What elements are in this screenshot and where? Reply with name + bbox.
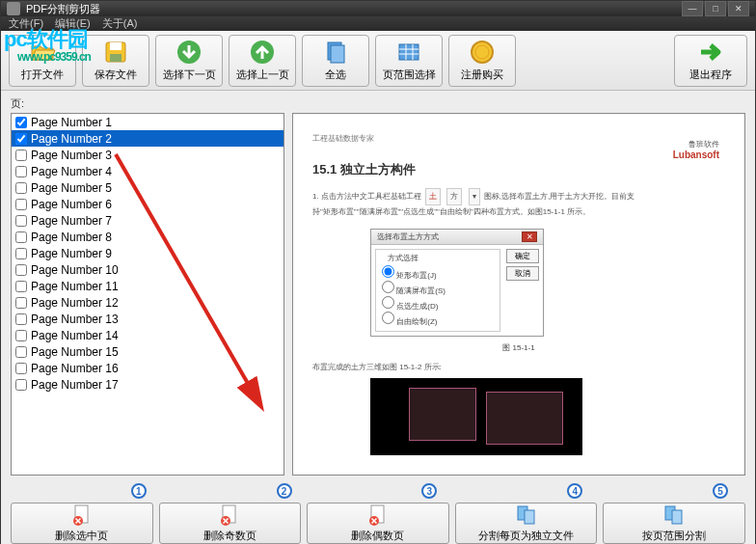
preview-dialog: 选择布置土方方式 ✕ 方式选择 矩形布置(J) 随满屏布置(S) 点选生成(D)… [370,229,544,337]
preview-brand-cn: 鲁班软件 [673,139,719,150]
page-checkbox[interactable] [15,215,27,227]
register-button[interactable]: 注册购买 [448,35,516,87]
list-item[interactable]: Page Number 1 [12,114,284,130]
list-item[interactable]: Page Number 13 [12,311,284,327]
page-label: Page Number 16 [31,362,119,375]
preview-panel[interactable]: 鲁班软件 Lubansoft 工程基础数据专家 15.1 独立土方构件 1. 点… [292,113,745,476]
titlebar: PDF分割剪切器 — □ ✕ [1,1,755,16]
preview-page: 鲁班软件 Lubansoft 工程基础数据专家 15.1 独立土方构件 1. 点… [312,133,725,455]
page-label: Page Number 7 [31,214,112,228]
list-item[interactable]: Page Number 14 [12,327,284,343]
grid-range-icon [395,39,422,66]
page-checkbox[interactable] [15,264,27,276]
coin-icon [469,39,496,66]
page-checkbox[interactable] [15,231,27,243]
badge-5: 5 [713,483,728,499]
page-range-button[interactable]: 页范围选择 [375,35,443,87]
list-item[interactable]: Page Number 11 [12,278,284,294]
list-item[interactable]: Page Number 17 [12,376,284,393]
window-title: PDF分割剪切器 [26,2,682,16]
page-checkbox[interactable] [15,199,27,210]
page-checkbox[interactable] [15,346,27,358]
page-checkbox[interactable] [15,150,27,161]
exit-arrow-icon [697,39,724,66]
list-item[interactable]: Page Number 7 [12,212,284,229]
list-item[interactable]: Page Number 5 [12,179,284,196]
pages-label: 页: [11,96,745,111]
list-item[interactable]: Page Number 9 [12,245,284,261]
select-prev-button[interactable]: 选择上一页 [229,35,296,87]
list-item[interactable]: Page Number 12 [12,294,284,311]
page-label: Page Number 15 [31,345,119,359]
delete-odd-button[interactable]: 删除奇数页 [159,503,302,544]
svg-rect-22 [525,510,534,524]
page-range-split-icon [662,503,686,527]
page-checkbox[interactable] [15,379,27,391]
open-file-button[interactable]: 打开文件 [9,35,76,87]
preview-opt1-radio [382,265,394,278]
list-item[interactable]: Page Number 2 [12,130,284,147]
page-list[interactable]: Page Number 1Page Number 2Page Number 3P… [11,113,284,476]
list-item[interactable]: Page Number 15 [12,343,284,360]
page-checkbox[interactable] [15,363,27,374]
page-label: Page Number 13 [31,313,119,326]
exit-button[interactable]: 退出程序 [674,35,747,87]
minimize-button[interactable]: — [682,1,703,16]
preview-dialog-group: 方式选择 [386,253,420,263]
page-checkbox[interactable] [15,133,27,145]
delete-selected-button[interactable]: 删除选中页 [11,503,153,544]
preview-text-3: 布置完成的土方三维如图 15-1-2 所示: [312,361,725,374]
page-checkbox[interactable] [15,117,27,128]
select-all-button[interactable]: 全选 [302,35,369,87]
menubar: 文件(F) 编辑(E) 关于(A) [1,16,755,31]
menu-file[interactable]: 文件(F) [9,16,43,31]
arrow-down-green-icon [176,39,202,66]
page-checkbox[interactable] [15,182,27,194]
page-checkbox[interactable] [15,330,27,341]
dialog-close-icon: ✕ [522,231,537,242]
badge-3: 3 [421,483,437,499]
delete-even-button[interactable]: 删除偶数页 [307,503,449,544]
preview-dialog-title: 选择布置土方方式 [377,231,439,242]
list-item[interactable]: Page Number 4 [12,163,284,179]
list-item[interactable]: Page Number 3 [12,147,284,163]
svg-rect-24 [672,510,682,524]
save-file-button[interactable]: 保存文件 [82,35,149,87]
page-delete-even-icon [366,503,390,527]
svg-point-12 [472,41,493,63]
menu-edit[interactable]: 编辑(E) [55,16,91,31]
page-label: Page Number 4 [31,165,112,178]
menu-about[interactable]: 关于(A) [102,16,138,31]
folder-open-icon [29,39,56,66]
split-each-button[interactable]: 分割每页为独立文件 [455,503,598,544]
svg-rect-2 [110,54,122,62]
badge-row: 1 2 3 4 5 [11,476,745,499]
page-label: Page Number 2 [31,132,112,146]
page-label: Page Number 1 [31,116,112,129]
preview-text-2: 持"矩形布置""随满屏布置""点选生成""自由绘制"四种布置方式。如图15-1-… [312,205,725,219]
split-range-button[interactable]: 按页范围分割 [603,503,745,544]
page-checkbox[interactable] [15,248,27,259]
page-label: Page Number 8 [31,231,112,244]
maximize-button[interactable]: □ [705,1,726,16]
svg-rect-1 [110,42,122,50]
page-delete-icon [70,503,94,527]
pages-stack-icon [322,39,349,66]
preview-ui-btn-tu: 土 [425,188,441,205]
badge-1: 1 [131,483,147,499]
page-checkbox[interactable] [15,313,27,325]
list-item[interactable]: Page Number 16 [12,360,284,376]
page-checkbox[interactable] [15,281,27,292]
close-button[interactable]: ✕ [728,1,749,16]
dropdown-icon: ▾ [469,188,480,205]
list-item[interactable]: Page Number 6 [12,196,284,212]
page-checkbox[interactable] [15,166,27,177]
list-item[interactable]: Page Number 10 [12,261,284,278]
select-next-button[interactable]: 选择下一页 [155,35,223,87]
save-icon [102,39,129,66]
page-checkbox[interactable] [15,297,27,309]
preview-opt4-radio [382,312,394,324]
badge-4: 4 [567,483,582,499]
preview-dialog-ok: 确定 [506,249,539,263]
list-item[interactable]: Page Number 8 [12,229,284,245]
